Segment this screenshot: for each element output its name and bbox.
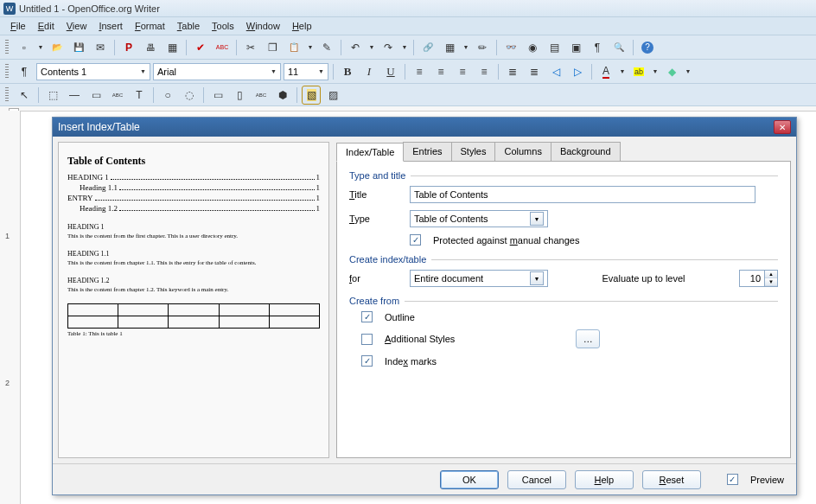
undo-dropdown[interactable]: ▼: [367, 38, 376, 57]
help-button[interactable]: [638, 38, 657, 57]
evaluate-level-spinner[interactable]: 10 ▲▼: [739, 270, 778, 287]
font-size-combo[interactable]: 11 ▼: [284, 63, 328, 80]
insert-table-dropdown[interactable]: ▼: [462, 38, 470, 57]
dialog-close-button[interactable]: ✕: [774, 120, 791, 134]
align-justify-button[interactable]: [475, 62, 494, 81]
background-color-button[interactable]: [662, 62, 681, 81]
reset-button[interactable]: Reset: [642, 470, 701, 489]
dialog-title-bar[interactable]: Insert Index/Table ✕: [53, 118, 796, 137]
paragraph-style-combo[interactable]: Contents 1 ▼: [36, 63, 150, 80]
preview-checkbox[interactable]: ✓: [727, 474, 738, 485]
zoom-button[interactable]: [609, 38, 628, 57]
menu-format[interactable]: Format: [130, 19, 170, 33]
find-button[interactable]: [501, 38, 520, 57]
underline-button[interactable]: [381, 62, 400, 81]
open-button[interactable]: [48, 38, 67, 57]
outline-checkbox[interactable]: ✓: [361, 311, 373, 322]
drawing-toolbar: [0, 84, 816, 106]
align-center-button[interactable]: [431, 62, 450, 81]
new-doc-dropdown[interactable]: ▼: [36, 38, 45, 57]
menu-window[interactable]: Window: [241, 19, 285, 33]
export-pdf-button[interactable]: [119, 38, 138, 57]
bullet-list-button[interactable]: [525, 62, 544, 81]
increase-indent-button[interactable]: [568, 62, 587, 81]
decrease-indent-button[interactable]: [546, 62, 565, 81]
align-left-button[interactable]: [410, 62, 429, 81]
line-tool-button[interactable]: [65, 86, 84, 105]
menu-view[interactable]: View: [61, 19, 92, 33]
text-tool-button[interactable]: [130, 86, 149, 105]
format-paintbrush-button[interactable]: [317, 38, 336, 57]
menu-insert[interactable]: Insert: [93, 19, 128, 33]
index-marks-checkbox[interactable]: ✓: [361, 355, 373, 367]
extrude-button[interactable]: [323, 86, 342, 105]
numbered-list-button[interactable]: [503, 62, 522, 81]
title-input[interactable]: [410, 186, 755, 203]
italic-button[interactable]: [360, 62, 379, 81]
highlight-button[interactable]: [629, 62, 648, 81]
font-color-dropdown[interactable]: ▼: [618, 62, 627, 81]
rectangle-tool-button[interactable]: [86, 86, 105, 105]
show-draw-button[interactable]: [473, 38, 492, 57]
tab-entries[interactable]: Entries: [403, 142, 451, 161]
gallery-button[interactable]: [545, 38, 564, 57]
app-icon: W: [3, 3, 16, 15]
print-button[interactable]: [141, 38, 160, 57]
vcallout-button[interactable]: [230, 86, 249, 105]
tab-index-table[interactable]: Index/Table: [336, 143, 404, 162]
print-preview-button[interactable]: [163, 38, 182, 57]
text-frame-button[interactable]: [108, 86, 127, 105]
menu-edit[interactable]: Edit: [33, 19, 60, 33]
hyperlink-button[interactable]: [418, 38, 437, 57]
background-color-dropdown[interactable]: ▼: [684, 62, 692, 81]
font-color-button[interactable]: [596, 62, 615, 81]
highlight-tool-button[interactable]: [302, 86, 321, 105]
cancel-button[interactable]: Cancel: [507, 470, 566, 489]
copy-button[interactable]: [263, 38, 282, 57]
menu-help[interactable]: Help: [287, 19, 317, 33]
help-button[interactable]: Help: [575, 470, 634, 489]
insert-table-button[interactable]: [440, 38, 459, 57]
paste-button[interactable]: [284, 38, 303, 57]
type-select[interactable]: Table of Contents ▼: [410, 210, 548, 227]
bold-button[interactable]: [338, 62, 357, 81]
hcallout-button[interactable]: [208, 86, 227, 105]
font-name-combo[interactable]: Arial ▼: [153, 63, 281, 80]
save-button[interactable]: [69, 38, 88, 57]
spellcheck-button[interactable]: [191, 38, 210, 57]
highlight-dropdown[interactable]: ▼: [651, 62, 660, 81]
styles-window-button[interactable]: ¶: [15, 62, 34, 81]
datasources-button[interactable]: [566, 38, 585, 57]
select-tool-button[interactable]: [15, 86, 34, 105]
tab-background[interactable]: Background: [551, 142, 621, 161]
for-select[interactable]: Entire document ▼: [410, 270, 548, 287]
tab-styles[interactable]: Styles: [451, 142, 496, 161]
paste-dropdown[interactable]: ▼: [306, 38, 315, 57]
additional-styles-checkbox[interactable]: ✓: [361, 334, 373, 345]
spin-down[interactable]: ▼: [765, 278, 777, 286]
menu-table[interactable]: Table: [172, 19, 205, 33]
ellipse-outline-button[interactable]: [158, 86, 177, 105]
window-title: Untitled 1 - OpenOffice.org Writer: [19, 3, 160, 14]
additional-styles-more-button[interactable]: …: [576, 329, 600, 348]
redo-button[interactable]: [379, 38, 398, 57]
autospell-button[interactable]: [213, 38, 232, 57]
tab-columns[interactable]: Columns: [494, 142, 551, 161]
menu-file[interactable]: File: [5, 19, 31, 33]
menu-tools[interactable]: Tools: [207, 19, 239, 33]
cut-button[interactable]: [241, 38, 260, 57]
align-right-button[interactable]: [453, 62, 472, 81]
font-work-button[interactable]: [252, 86, 271, 105]
new-doc-button[interactable]: [15, 38, 34, 57]
ok-button[interactable]: OK: [440, 470, 499, 489]
mail-button[interactable]: [91, 38, 110, 57]
circle-outline-button[interactable]: [180, 86, 199, 105]
protected-checkbox[interactable]: ✓: [410, 234, 421, 246]
symbol-button[interactable]: [273, 86, 292, 105]
position-button[interactable]: [43, 86, 62, 105]
redo-dropdown[interactable]: ▼: [400, 38, 409, 57]
nonprinting-chars-button[interactable]: [588, 38, 607, 57]
undo-button[interactable]: [346, 38, 365, 57]
navigator-button[interactable]: [523, 38, 542, 57]
spin-up[interactable]: ▲: [765, 271, 777, 278]
